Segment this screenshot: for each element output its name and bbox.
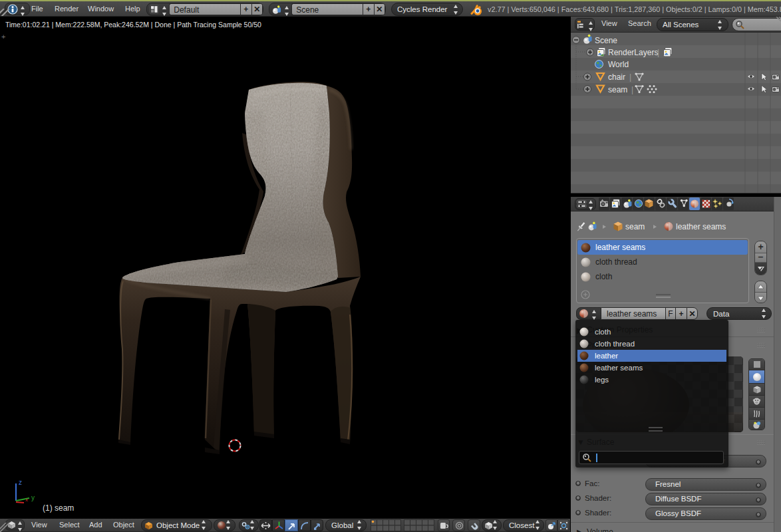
svg-text:|: | — [629, 72, 631, 82]
svg-text:chair: chair — [608, 72, 625, 82]
svg-text:leather seams: leather seams — [676, 222, 726, 231]
svg-text:|: | — [631, 85, 633, 94]
svg-text:Scene: Scene — [595, 36, 617, 45]
svg-text:y: y — [31, 494, 35, 501]
svg-text:seam: seam — [625, 222, 645, 231]
svg-text:World: World — [608, 60, 629, 69]
svg-text:|: | — [657, 48, 659, 57]
svg-text:z: z — [19, 479, 22, 486]
svg-text:seam: seam — [608, 85, 627, 94]
svg-text:RenderLayers: RenderLayers — [608, 48, 658, 57]
svg-text:x: x — [25, 497, 28, 503]
